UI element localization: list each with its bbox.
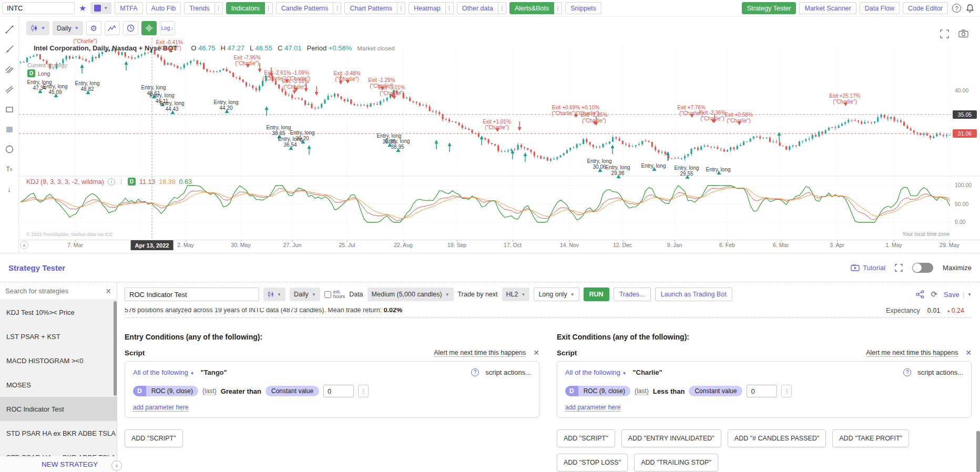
candle-type-dropdown[interactable]: ▼ bbox=[263, 288, 285, 301]
remove-script-icon[interactable]: ✕ bbox=[533, 348, 539, 357]
run-button[interactable]: RUN bbox=[584, 288, 609, 301]
strategy-list-item[interactable]: ROC Indicator Test bbox=[0, 397, 117, 421]
price-chart[interactable] bbox=[19, 17, 980, 253]
log-scale-button[interactable]: Log↕ bbox=[160, 21, 175, 35]
indicator-pill[interactable]: D ROC (9, close) bbox=[565, 386, 630, 396]
save-button[interactable]: Save|▼ bbox=[944, 291, 972, 299]
add-condition-button[interactable]: ADD "TAKE PROFIT" bbox=[832, 429, 909, 447]
parallel-channel-tool-icon[interactable] bbox=[4, 84, 15, 95]
ray-line-tool-icon[interactable] bbox=[4, 44, 15, 55]
operand-pill[interactable]: Constant value bbox=[689, 386, 742, 396]
indicator-pill[interactable]: D ROC (9, close) bbox=[133, 386, 198, 396]
constant-value-input[interactable] bbox=[747, 385, 777, 397]
operator-label[interactable]: Greater than bbox=[221, 387, 261, 395]
workspace-button[interactable]: Code Editor bbox=[903, 2, 948, 14]
last-value-link[interactable]: (last) bbox=[635, 387, 649, 395]
fullscreen-icon[interactable] bbox=[940, 29, 949, 38]
feature-button[interactable]: Auto Fib bbox=[146, 2, 181, 14]
data-size-dropdown[interactable]: Medium (5,000 candles)▼ bbox=[368, 288, 454, 301]
feature-button[interactable]: Candle Patterns bbox=[276, 2, 334, 14]
rectangle-tool-icon[interactable] bbox=[4, 104, 15, 115]
help-icon[interactable]: ? bbox=[471, 368, 479, 376]
feature-button[interactable]: Heatmap bbox=[409, 2, 446, 14]
add-condition-button[interactable]: ADD "SCRIPT" bbox=[557, 429, 615, 447]
time-settings-button[interactable] bbox=[123, 21, 138, 35]
tutorial-link[interactable]: Tutorial bbox=[851, 264, 885, 272]
favorite-star-icon[interactable]: ★ bbox=[78, 4, 87, 13]
kebab-menu-icon[interactable]: ⋮ bbox=[333, 2, 341, 14]
feature-button[interactable]: Other data bbox=[457, 2, 498, 14]
clear-search-icon[interactable]: ✕ bbox=[105, 287, 111, 295]
ellipse-tool-icon[interactable] bbox=[4, 144, 15, 155]
feature-button[interactable]: Trends bbox=[184, 2, 215, 14]
remove-script-icon[interactable]: ✕ bbox=[965, 348, 972, 357]
new-strategy-button[interactable]: NEW STRATEGY bbox=[42, 460, 98, 468]
kebab-menu-icon[interactable]: ⋮ bbox=[498, 2, 506, 14]
script-actions-link[interactable]: script actions... bbox=[917, 368, 963, 376]
filled-rectangle-tool-icon[interactable] bbox=[4, 124, 15, 135]
side-dropdown[interactable]: Long only▼ bbox=[534, 288, 579, 301]
launch-trading-bot-button[interactable]: Launch as Trading Bot bbox=[655, 288, 732, 301]
strategy-search-input[interactable] bbox=[5, 287, 102, 295]
last-value-link[interactable]: (last) bbox=[202, 387, 217, 395]
chart-settings-button[interactable]: ⚙ bbox=[86, 21, 101, 35]
chart-style-swatch[interactable]: ▼ bbox=[90, 2, 111, 14]
kebab-menu-icon[interactable]: ⋮ bbox=[215, 2, 223, 14]
condition-menu-icon[interactable]: ⋮ bbox=[358, 385, 369, 397]
script-actions-link[interactable]: script actions... bbox=[485, 368, 531, 376]
trend-line-tool-icon[interactable] bbox=[4, 24, 15, 35]
candle-type-dropdown[interactable]: ▼ bbox=[26, 21, 49, 35]
camera-icon[interactable] bbox=[958, 29, 968, 38]
add-condition-button[interactable]: ADD "ENTRY INVALIDATED" bbox=[621, 429, 721, 447]
info-icon[interactable]: i bbox=[108, 178, 115, 186]
condition-menu-icon[interactable]: ⋮ bbox=[781, 385, 792, 397]
analysis-button[interactable] bbox=[105, 21, 120, 35]
checkbox[interactable] bbox=[324, 291, 331, 298]
help-icon[interactable]: ? bbox=[952, 4, 961, 13]
add-condition-button[interactable]: ADD "TRAILING STOP" bbox=[634, 454, 718, 471]
strategy-list-item[interactable]: STD PSAR HA ex BKR ADBE TSLA bbox=[0, 421, 117, 445]
workspace-button[interactable]: Market Scanner bbox=[799, 2, 856, 14]
strategy-list-item[interactable]: MOSES bbox=[0, 373, 117, 397]
feature-button[interactable]: Chart Patterns bbox=[344, 2, 397, 14]
strategy-list-item[interactable]: STD PSAR HA ex BKR ADBE TSLA bbox=[0, 445, 117, 456]
kebab-menu-icon[interactable]: ⋮ bbox=[446, 2, 454, 14]
trades-button[interactable]: Trades... bbox=[614, 288, 651, 301]
text-tool-icon[interactable]: Tx bbox=[4, 164, 15, 175]
share-icon[interactable] bbox=[916, 290, 924, 299]
feature-button[interactable]: Indicators bbox=[226, 2, 265, 14]
operator-label[interactable]: Less than bbox=[653, 387, 685, 395]
collapse-sidebar-icon[interactable]: « bbox=[20, 241, 28, 249]
feature-button[interactable]: Snippets bbox=[565, 2, 601, 14]
trade-price-dropdown[interactable]: HL2▼ bbox=[502, 288, 530, 301]
collapse-strategies-icon[interactable]: ‹ bbox=[111, 460, 122, 471]
kebab-menu-icon[interactable]: ⋮ bbox=[265, 2, 273, 14]
add-condition-button[interactable]: ADD "# CANDLES PASSED" bbox=[728, 429, 826, 447]
kebab-menu-icon[interactable]: ⋮ bbox=[397, 2, 405, 14]
symbol-input[interactable] bbox=[2, 2, 75, 14]
strategy-list-item[interactable]: KDJ Test 10%>< Price bbox=[0, 300, 117, 324]
kebab-menu-icon[interactable]: ⋮ bbox=[554, 2, 562, 14]
group-logic-dropdown[interactable]: All of the following ▼ bbox=[133, 368, 194, 376]
maximize-toggle[interactable] bbox=[912, 263, 933, 273]
alert-me-link[interactable]: Alert me next time this happens bbox=[434, 349, 526, 357]
strategy-list-item[interactable]: MACD HISTOGRAM ><0 bbox=[0, 348, 117, 373]
constant-value-input[interactable] bbox=[323, 385, 354, 397]
notifications-bell-icon[interactable] bbox=[965, 4, 975, 13]
operand-pill[interactable]: Constant value bbox=[266, 386, 319, 396]
chart-canvas[interactable]: ▼ Daily ▼ ⚙ Log↕ Intel Corporation, Dail… bbox=[19, 17, 980, 253]
strategy-name-input[interactable] bbox=[125, 288, 259, 301]
expand-panel-icon[interactable] bbox=[895, 264, 903, 272]
timeframe-dropdown[interactable]: Daily ▼ bbox=[53, 21, 83, 35]
feature-button[interactable]: MTFA bbox=[115, 2, 142, 14]
crosshair-mode-button[interactable] bbox=[141, 21, 157, 35]
timeframe-dropdown[interactable]: Daily▼ bbox=[290, 288, 320, 301]
kebab-menu-icon[interactable]: ⋮ bbox=[119, 179, 124, 184]
arrow-tool-icon[interactable]: ↓ bbox=[4, 184, 15, 194]
workspace-button[interactable]: Strategy Tester bbox=[742, 2, 797, 14]
pitchfork-tool-icon[interactable] bbox=[4, 64, 15, 75]
add-condition-button[interactable]: ADD "SCRIPT" bbox=[125, 429, 183, 447]
ext-hours-checkbox[interactable]: ext.hours bbox=[324, 290, 345, 299]
strategy-list-item[interactable]: LST PSAR + KST bbox=[0, 324, 117, 348]
workspace-button[interactable]: Data Flow bbox=[860, 2, 900, 14]
